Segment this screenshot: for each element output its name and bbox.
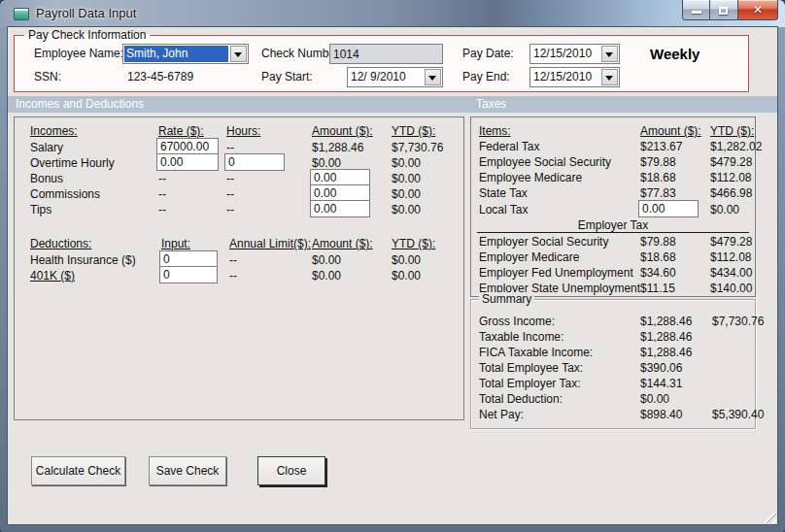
pay-date-label: Pay Date: — [462, 44, 514, 64]
employer-tax-divider — [477, 232, 749, 233]
employer-state-unemployment-ytd: $140.00 — [710, 282, 755, 295]
total-employer-tax-amount: $144.31 — [640, 377, 712, 390]
close-window-button[interactable]: ✕ — [737, 0, 778, 20]
row-label: Employer Fed Unemployment — [479, 266, 640, 280]
health-insurance-limit: -- — [227, 253, 310, 267]
commissions-ytd: $0.00 — [390, 187, 463, 201]
pay-end-value: 12/15/2010 — [531, 69, 599, 85]
dropdown-arrow-icon — [428, 76, 436, 81]
client-area: Pay Check Information Employee Name: Smi… — [8, 27, 777, 524]
bonus-ytd: $0.00 — [390, 172, 463, 185]
employee-name-combobox[interactable]: Smith, John — [122, 44, 249, 64]
close-button[interactable]: Close — [257, 456, 325, 485]
401k-input[interactable] — [159, 266, 218, 283]
deduction-row-401k: 401K ($) -- $0.00 $0.00 — [15, 267, 463, 283]
ytd-header: YTD ($): — [390, 124, 463, 138]
amount-header: Amount ($): — [310, 237, 390, 250]
taxes-panel: Items: Amount ($): YTD ($): Federal Tax … — [470, 116, 756, 297]
row-label: Total Deduction: — [479, 392, 640, 406]
401k-link[interactable]: 401K ($) — [30, 269, 159, 283]
overtime-rate-input[interactable] — [156, 153, 219, 171]
incomes-header: Incomes: — [30, 124, 156, 138]
tax-row-employee-medicare: Employee Medicare $18.68 $112.08 — [471, 170, 755, 185]
pay-date-value: 12/15/2010 — [531, 46, 599, 62]
pay-start-combobox[interactable]: 12/ 9/2010 — [347, 67, 443, 87]
income-row-tips: Tips -- -- $0.00 — [15, 201, 463, 216]
pay-end-combobox[interactable]: 12/15/2010 — [529, 67, 620, 87]
minimize-button[interactable] — [682, 0, 710, 20]
income-row-overtime: Overtime Hourly $0.00 $0.00 — [15, 154, 463, 170]
payroll-window: Payroll Data Input ✕ Pay Check Informati… — [0, 0, 785, 532]
income-row-salary: Salary -- $1,288.46 $7,730.76 — [15, 139, 463, 154]
local-tax-input[interactable] — [638, 200, 699, 217]
paycheck-info-group: Pay Check Information Employee Name: Smi… — [14, 35, 749, 92]
section-title-taxes: Taxes — [476, 97, 506, 111]
resize-grip-icon[interactable] — [764, 511, 776, 523]
incomes-deductions-panel: Incomes: Rate ($): Hours: Amount ($): YT… — [14, 116, 464, 420]
calculate-check-button[interactable]: Calculate Check — [31, 456, 125, 485]
bonus-rate: -- — [156, 172, 224, 185]
local-tax-ytd: $0.00 — [710, 203, 755, 216]
total-employee-tax-amount: $390.06 — [640, 361, 712, 375]
ytd-header: YTD ($): — [710, 124, 755, 138]
maximize-button[interactable] — [710, 0, 737, 20]
tips-ytd: $0.00 — [390, 203, 463, 216]
employer-ss-ytd: $479.28 — [710, 235, 755, 249]
tax-row-federal: Federal Tax $213.67 $1,282.02 — [471, 139, 755, 154]
employee-name-label: Employee Name: — [34, 44, 123, 64]
summary-group: Summary Gross Income: $1,288.46 $7,730.7… — [470, 299, 756, 429]
employer-tax-title: Employer Tax — [471, 218, 755, 232]
salary-ytd: $7,730.76 — [390, 141, 463, 154]
tax-row-local: Local Tax $0.00 — [471, 201, 755, 216]
input-header: Input: — [159, 237, 227, 250]
state-tax-amount: $77.83 — [640, 186, 710, 200]
pay-start-dropdown-button[interactable] — [425, 69, 441, 85]
row-label: Total Employee Tax: — [479, 361, 640, 375]
health-insurance-ytd: $0.00 — [390, 253, 463, 267]
tips-hours: -- — [224, 203, 310, 216]
employee-ss-ytd: $479.28 — [710, 155, 755, 169]
pay-start-label: Pay Start: — [261, 67, 313, 87]
tax-row-employee-ss: Employee Social Security $79.88 $479.28 — [471, 154, 755, 170]
pay-start-value: 12/ 9/2010 — [349, 69, 423, 85]
hours-header: Hours: — [224, 124, 310, 138]
gross-income-ytd: $7,730.76 — [712, 315, 764, 328]
federal-tax-ytd: $1,282.02 — [710, 140, 762, 153]
row-label: Employee Social Security — [479, 155, 640, 169]
row-label: Salary — [30, 141, 156, 154]
dropdown-arrow-icon — [605, 76, 613, 81]
pay-end-label: Pay End: — [462, 67, 510, 87]
deduction-row-health-insurance: Health Insurance ($) -- $0.00 $0.00 — [15, 251, 463, 267]
row-label: Bonus — [30, 172, 156, 185]
income-row-commissions: Commissions -- -- $0.00 — [15, 185, 463, 201]
row-label: FICA Taxable Income: — [479, 346, 640, 359]
employee-name-dropdown-button[interactable] — [230, 46, 247, 62]
income-row-bonus: Bonus -- -- $0.00 — [15, 170, 463, 185]
pay-frequency-label: Weekly — [650, 44, 700, 64]
overtime-hours-input[interactable] — [224, 153, 285, 171]
amount-header: Amount ($): — [310, 124, 390, 138]
deductions-header-row: Deductions: Input: Annual Limit($): Amou… — [15, 236, 463, 251]
row-label: Federal Tax — [479, 140, 640, 153]
minimize-icon — [692, 11, 701, 14]
save-check-button[interactable]: Save Check — [149, 456, 226, 485]
tips-amount-input[interactable] — [310, 200, 370, 217]
pay-date-combobox[interactable]: 12/15/2010 — [529, 44, 620, 64]
employer-medicare-ytd: $112.08 — [710, 250, 755, 264]
title-bar[interactable]: Payroll Data Input ✕ — [0, 0, 785, 27]
employee-ss-amount: $79.88 — [640, 155, 710, 169]
rate-header: Rate ($): — [156, 124, 224, 138]
employee-name-value: Smith, John — [124, 46, 228, 62]
employer-fed-unemployment-amount: $34.60 — [640, 266, 710, 280]
deductions-header: Deductions: — [30, 237, 159, 250]
pay-end-dropdown-button[interactable] — [601, 69, 618, 85]
amount-header: Amount ($): — [640, 124, 710, 138]
summary-row-fica: FICA Taxable Income: $1,288.46 — [471, 345, 755, 360]
dropdown-arrow-icon — [605, 52, 613, 57]
net-pay-ytd: $5,390.40 — [712, 408, 764, 421]
pay-date-dropdown-button[interactable] — [601, 46, 618, 62]
row-label: Health Insurance ($) — [30, 253, 159, 267]
dropdown-arrow-icon — [234, 52, 242, 57]
check-number-input[interactable] — [329, 44, 443, 64]
row-label: Gross Income: — [479, 315, 640, 328]
